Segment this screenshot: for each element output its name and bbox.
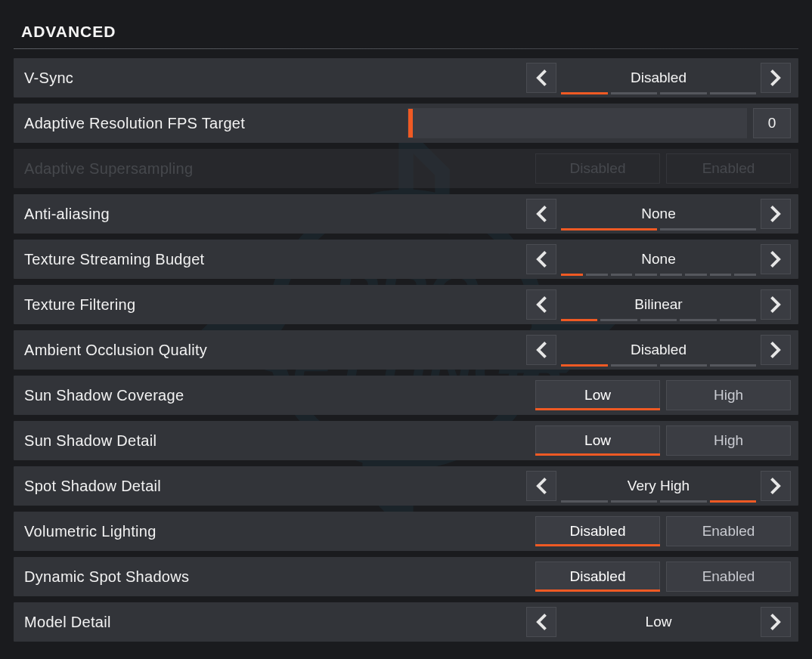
row-label: Volumetric Lighting — [24, 523, 526, 540]
option-high[interactable]: High — [666, 425, 791, 456]
stepper-value[interactable]: None — [561, 244, 756, 274]
row-label: Ambient Occlusion Quality — [24, 342, 526, 359]
stepper-value[interactable]: Very High — [561, 471, 756, 501]
chevron-right-icon[interactable] — [761, 471, 791, 501]
stepper-value[interactable]: None — [561, 199, 756, 229]
row-label: Sun Shadow Detail — [24, 432, 526, 450]
option-enabled: Enabled — [666, 153, 791, 184]
row-texture-filtering: Texture Filtering Bilinear — [14, 285, 798, 324]
chevron-right-icon[interactable] — [761, 244, 791, 274]
row-label: Texture Streaming Budget — [24, 251, 526, 268]
section-title: ADVANCED — [14, 23, 798, 48]
chevron-left-icon[interactable] — [526, 335, 556, 365]
chevron-right-icon[interactable] — [761, 63, 791, 93]
row-model-detail: Model Detail Low — [14, 602, 798, 642]
row-label: Spot Shadow Detail — [24, 478, 526, 495]
row-label: Dynamic Spot Shadows — [24, 568, 526, 586]
chevron-left-icon[interactable] — [526, 199, 556, 229]
row-vsync: V-Sync Disabled — [14, 58, 798, 97]
row-adaptive-supersampling: Adaptive Supersampling Disabled Enabled — [14, 149, 798, 188]
option-high[interactable]: High — [666, 380, 791, 410]
option-disabled[interactable]: Disabled — [535, 516, 660, 546]
chevron-right-icon[interactable] — [761, 335, 791, 365]
row-label: V-Sync — [24, 70, 526, 87]
row-ambient-occlusion: Ambient Occlusion Quality Disabled — [14, 330, 798, 370]
stepper-control: Disabled — [526, 63, 791, 93]
stepper-value[interactable]: Bilinear — [561, 289, 756, 320]
row-volumetric-lighting: Volumetric Lighting Disabled Enabled — [14, 512, 798, 551]
slider-handle-icon[interactable] — [408, 109, 413, 138]
row-adaptive-fps: Adaptive Resolution FPS Target 0 — [14, 104, 798, 143]
value-text: Disabled — [631, 70, 686, 86]
row-label: Adaptive Resolution FPS Target — [24, 115, 408, 132]
fps-slider[interactable] — [408, 108, 747, 138]
chevron-right-icon[interactable] — [761, 289, 791, 320]
value-text: Disabled — [631, 342, 686, 358]
fps-value[interactable]: 0 — [753, 108, 791, 138]
option-enabled[interactable]: Enabled — [666, 562, 791, 592]
row-label: Model Detail — [24, 614, 526, 631]
chevron-left-icon[interactable] — [526, 63, 556, 93]
row-label: Texture Filtering — [24, 296, 526, 314]
option-low[interactable]: Low — [535, 425, 660, 456]
value-text: None — [641, 206, 675, 222]
chevron-right-icon[interactable] — [761, 199, 791, 229]
stepper-value[interactable]: Disabled — [561, 335, 756, 365]
chevron-left-icon[interactable] — [526, 244, 556, 274]
option-disabled: Disabled — [535, 153, 660, 184]
chevron-left-icon[interactable] — [526, 289, 556, 320]
stepper-value[interactable]: Low — [561, 607, 756, 637]
row-label: Adaptive Supersampling — [24, 160, 526, 178]
row-sun-shadow-coverage: Sun Shadow Coverage Low High — [14, 376, 798, 415]
option-enabled[interactable]: Enabled — [666, 516, 791, 546]
row-sun-shadow-detail: Sun Shadow Detail Low High — [14, 421, 798, 460]
row-label: Sun Shadow Coverage — [24, 387, 526, 404]
divider — [14, 48, 798, 49]
row-dynamic-spot-shadows: Dynamic Spot Shadows Disabled Enabled — [14, 557, 798, 596]
row-anti-aliasing: Anti-aliasing None — [14, 194, 798, 234]
row-spot-shadow-detail: Spot Shadow Detail Very High — [14, 466, 798, 506]
row-texture-streaming-budget: Texture Streaming Budget None — [14, 240, 798, 279]
value-text: None — [641, 251, 675, 268]
value-text: Low — [646, 614, 672, 630]
chevron-left-icon[interactable] — [526, 471, 556, 501]
chevron-left-icon[interactable] — [526, 607, 556, 637]
value-text: Bilinear — [634, 296, 682, 313]
chevron-right-icon[interactable] — [761, 607, 791, 637]
option-disabled[interactable]: Disabled — [535, 562, 660, 592]
value-text: Very High — [628, 478, 690, 494]
option-low[interactable]: Low — [535, 380, 660, 410]
stepper-value[interactable]: Disabled — [561, 63, 756, 93]
row-label: Anti-aliasing — [24, 206, 526, 223]
